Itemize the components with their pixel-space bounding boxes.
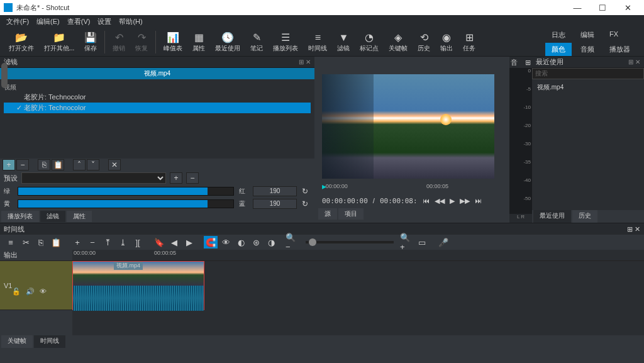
video-track-head[interactable]: V1 🔓 🔊 👁 (0, 261, 72, 310)
timeline-tracks[interactable]: 00:00:00 00:00:05 视频.mp4 (72, 250, 644, 335)
toolbar-撤销[interactable]: ↶撤销 (108, 30, 130, 54)
toolbar-历史[interactable]: ⟲历史 (413, 30, 435, 54)
preview-scrollbar[interactable] (1, 63, 8, 88)
mute-icon[interactable]: 🔊 (26, 288, 35, 296)
tab-timeline[interactable]: 时间线 (34, 335, 65, 348)
tab-日志[interactable]: 日志 (545, 28, 572, 42)
remove-button[interactable]: − (86, 236, 99, 249)
toolbar-保存[interactable]: 💾保存 (79, 30, 102, 54)
panel-menu-icon[interactable]: ⊞ (525, 57, 531, 68)
deselect-filter-button[interactable]: ✕ (108, 159, 121, 170)
toolbar-打开文件[interactable]: 📂打开文件 (4, 30, 39, 54)
output-track-head[interactable]: 输出 (0, 250, 72, 261)
tab-颜色[interactable]: 颜色 (545, 43, 572, 56)
preview-ruler[interactable]: ▸ 00:00:00 00:00:05 (322, 181, 502, 194)
timeline-ruler[interactable]: 00:00:00 00:00:05 (72, 250, 644, 261)
lift-button[interactable]: ⤒ (101, 236, 114, 249)
tab-source[interactable]: 源 (318, 208, 337, 220)
tl-menu-button[interactable]: ≡ (4, 236, 18, 249)
ripple-markers-button[interactable]: ◑ (264, 236, 278, 249)
hide-icon[interactable]: 👁 (40, 288, 47, 296)
tab-FX[interactable]: FX (603, 28, 625, 42)
slider-value[interactable]: 190 (253, 186, 297, 196)
marker-button[interactable]: 🔖 (152, 236, 166, 249)
menu-settings[interactable]: 设置 (94, 17, 115, 26)
close-button[interactable]: ✕ (615, 3, 640, 13)
toolbar-恢复[interactable]: ↷恢复 (130, 30, 153, 54)
toolbar-打开其他...[interactable]: 📁打开其他... (39, 30, 79, 54)
slider-value[interactable]: 190 (253, 199, 297, 209)
skip-end-button[interactable]: ⏭ (475, 197, 482, 204)
forward-button[interactable]: ▶▶ (460, 197, 470, 205)
panel-menu-icon[interactable]: ⊞ ✕ (627, 225, 640, 233)
zoom-in-button[interactable]: 🔍+ (400, 236, 414, 249)
play-button[interactable]: ▶ (450, 197, 455, 205)
tab-filters[interactable]: 滤镜 (40, 211, 65, 222)
tab-音频[interactable]: 音频 (574, 43, 601, 56)
panel-menu-icon[interactable]: ⊞ ✕ (628, 59, 640, 65)
green-red-slider[interactable] (18, 187, 234, 196)
filter-item[interactable]: ✓老胶片: Technocolor (4, 103, 311, 113)
panel-menu-icon[interactable]: ⊞ ✕ (299, 59, 311, 65)
append-button[interactable]: + (70, 236, 84, 249)
prev-marker-button[interactable]: ◀ (167, 236, 181, 249)
menu-help[interactable]: 帮助(H) (115, 17, 146, 26)
toolbar-播放列表[interactable]: ☰播放列表 (268, 30, 303, 54)
toolbar-关键帧[interactable]: ◈关键帧 (384, 30, 413, 54)
split-button[interactable]: ]​[ (131, 236, 145, 249)
menu-edit[interactable]: 编辑(E) (33, 17, 64, 26)
menu-view[interactable]: 查看(V) (64, 17, 94, 26)
skip-start-button[interactable]: ⏮ (423, 197, 430, 204)
preset-remove-button[interactable]: − (186, 172, 199, 184)
ripple-all-button[interactable]: ⊛ (249, 236, 263, 249)
reset-icon[interactable]: ↻ (302, 187, 311, 196)
copy-filter-button[interactable]: ⎘ (38, 159, 50, 170)
paste-filter-button[interactable]: 📋 (52, 159, 64, 170)
tab-recent[interactable]: 最近使用 (533, 210, 571, 223)
copy-button[interactable]: ⎘ (34, 236, 48, 249)
toolbar-标记点[interactable]: ◔标记点 (355, 30, 384, 54)
filter-item[interactable]: 老胶片: Technocolor (4, 92, 311, 103)
cut-button[interactable]: ✂ (19, 236, 33, 249)
maximize-button[interactable]: ☐ (590, 3, 615, 13)
tab-播放器[interactable]: 播放器 (603, 43, 636, 56)
toolbar-属性[interactable]: ▦属性 (187, 30, 210, 54)
search-input[interactable]: 搜索 (532, 68, 644, 79)
video-preview[interactable] (322, 74, 494, 179)
zoom-out-button[interactable]: 🔍− (286, 236, 299, 249)
reset-icon[interactable]: ↻ (302, 199, 311, 208)
timeline-clip[interactable]: 视频.mp4 (72, 261, 204, 310)
recent-item[interactable]: 视频.mp4 (535, 82, 641, 93)
toolbar-任务[interactable]: ⊞任务 (458, 30, 480, 54)
tab-编辑[interactable]: 编辑 (574, 28, 601, 42)
menu-file[interactable]: 文件(F) (3, 17, 33, 26)
move-down-button[interactable]: ˅ (87, 159, 99, 170)
preset-select[interactable] (21, 172, 166, 184)
remove-filter-button[interactable]: − (16, 159, 29, 170)
zoom-fit-button[interactable]: ▭ (415, 236, 429, 249)
toolbar-滤镜[interactable]: ▼滤镜 (332, 30, 355, 54)
toolbar-时间线[interactable]: ≡时间线 (303, 30, 332, 54)
tab-project[interactable]: 项目 (338, 208, 364, 220)
toolbar-输出[interactable]: ◉输出 (435, 30, 458, 54)
tab-playlist[interactable]: 播放列表 (1, 211, 39, 222)
toolbar-笔记[interactable]: ✎笔记 (245, 30, 268, 54)
rewind-button[interactable]: ◀◀ (435, 197, 445, 205)
move-up-button[interactable]: ˄ (73, 159, 86, 170)
zoom-slider[interactable] (306, 241, 394, 243)
toolbar-最近使用[interactable]: 🕓最近使用 (210, 30, 245, 54)
toolbar-峰值表[interactable]: 📊峰值表 (158, 30, 187, 54)
scrub-button[interactable]: 👁 (219, 236, 233, 249)
tab-properties[interactable]: 属性 (67, 211, 92, 222)
next-marker-button[interactable]: ▶ (182, 236, 196, 249)
record-audio-button[interactable]: 🎤 (436, 236, 450, 249)
yellow-blue-slider[interactable] (18, 199, 234, 208)
timecode-current[interactable]: 00:00:00:00 (322, 197, 368, 205)
add-filter-button[interactable]: + (3, 159, 15, 170)
ripple-button[interactable]: ◐ (234, 236, 248, 249)
snap-button[interactable]: 🧲 (204, 236, 218, 249)
overwrite-button[interactable]: ⤓ (116, 236, 130, 249)
lock-icon[interactable]: 🔓 (12, 288, 21, 296)
minimize-button[interactable]: — (565, 3, 590, 13)
paste-button[interactable]: 📋 (49, 236, 63, 249)
